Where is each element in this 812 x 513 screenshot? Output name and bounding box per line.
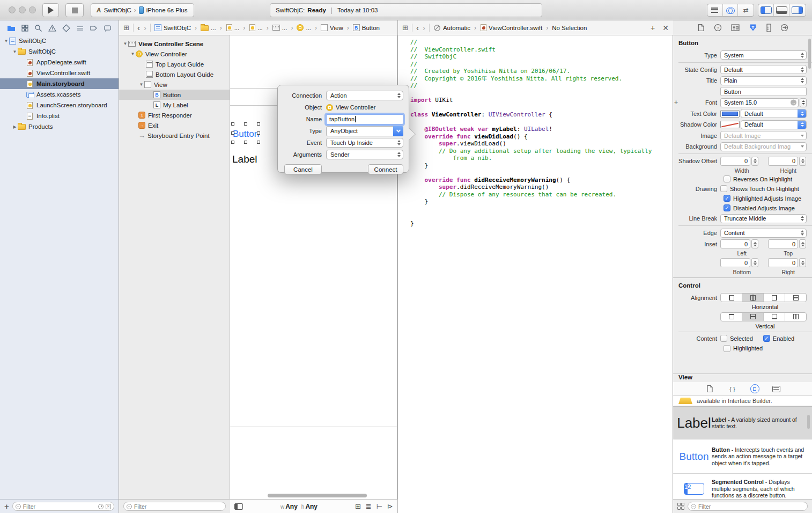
attributes-inspector-tab[interactable] bbox=[749, 24, 757, 32]
line-break-popup[interactable]: Truncate Middle bbox=[720, 214, 807, 223]
close-assistant-editor-button[interactable]: ✕ bbox=[662, 24, 669, 32]
breadcrumb-view[interactable]: View bbox=[321, 24, 343, 31]
color-stepper-icon[interactable] bbox=[798, 120, 807, 129]
selection-handle[interactable] bbox=[231, 131, 234, 135]
file-row-selected[interactable]: Main.storyboard bbox=[0, 78, 119, 89]
align-right-segment[interactable] bbox=[764, 294, 785, 302]
cancel-button[interactable]: Cancel bbox=[284, 164, 322, 174]
shadow-color-popup[interactable]: Default bbox=[741, 120, 807, 129]
selection-handle[interactable] bbox=[257, 122, 260, 126]
disabled-adjusts-checkbox[interactable]: ✓ bbox=[724, 204, 730, 211]
highlighted-adjusts-checkbox[interactable]: ✓ bbox=[724, 195, 730, 202]
selection-handle[interactable] bbox=[231, 141, 234, 144]
background-combo[interactable]: Default Background Imag bbox=[720, 142, 807, 151]
scheme-selector[interactable]: A SwiftObjC › iPhone 6s Plus bbox=[91, 3, 194, 17]
stepper[interactable] bbox=[799, 239, 806, 248]
unsaved-files-icon[interactable]: ✕ bbox=[106, 504, 111, 509]
stepper[interactable] bbox=[751, 258, 758, 267]
outline-filter-input[interactable] bbox=[134, 503, 223, 510]
canvas-button[interactable]: Button bbox=[233, 129, 259, 140]
selection-handle[interactable] bbox=[257, 141, 260, 144]
selection-handle[interactable] bbox=[244, 141, 247, 144]
shadow-color-swatch[interactable] bbox=[720, 121, 740, 128]
resolve-auto-layout-button[interactable]: ⊳ bbox=[387, 502, 393, 510]
outline-row-button-selected[interactable]: B Button bbox=[119, 90, 230, 100]
code-snippet-library-tab[interactable]: { } bbox=[728, 384, 737, 394]
outline-row-entry-point[interactable]: → Storyboard Entry Point bbox=[119, 130, 230, 141]
report-navigator-tab[interactable] bbox=[103, 24, 112, 33]
run-destination[interactable]: iPhone 6s Plus bbox=[146, 7, 188, 13]
font-size-stepper[interactable] bbox=[800, 98, 807, 107]
file-row[interactable]: LaunchScreen.storyboard bbox=[0, 100, 119, 111]
align-fill-segment[interactable] bbox=[785, 294, 806, 302]
file-row-project[interactable]: ▼ SwiftObjC bbox=[0, 35, 119, 46]
arguments-popup[interactable]: Sender bbox=[326, 150, 403, 159]
file-inspector-tab[interactable] bbox=[697, 24, 705, 32]
library-item-label[interactable]: Label Label - A variably sized amount of… bbox=[673, 406, 812, 439]
shadow-offset-width-field[interactable]: 0 bbox=[720, 157, 750, 166]
name-field[interactable]: tapButton bbox=[326, 114, 403, 124]
recent-files-icon[interactable] bbox=[98, 504, 104, 509]
connect-button[interactable]: Connect bbox=[368, 164, 403, 174]
title-kind-popup[interactable]: Plain bbox=[720, 76, 807, 85]
issue-navigator-tab[interactable] bbox=[48, 24, 57, 33]
breadcrumb-folder[interactable]: ... bbox=[201, 25, 216, 31]
selection-handle[interactable] bbox=[231, 122, 234, 126]
outline-row-top-layout-guide[interactable]: Top Layout Guide bbox=[119, 59, 230, 69]
size-class-control[interactable]: w Any h Any bbox=[280, 503, 318, 510]
outline-row-bottom-layout-guide[interactable]: Bottom Layout Guide bbox=[119, 69, 230, 79]
font-picker-icon[interactable]: → bbox=[791, 100, 796, 106]
library-view-mode-button[interactable] bbox=[677, 503, 684, 510]
library-item-partial[interactable]: available in Interface Builder. bbox=[673, 396, 812, 406]
selected-checkbox[interactable]: ✓ bbox=[720, 335, 727, 342]
file-row[interactable]: Assets.xcassets bbox=[0, 89, 119, 100]
inset-left-field[interactable]: 0 bbox=[720, 239, 750, 248]
file-row[interactable]: AppDelegate.swift bbox=[0, 57, 119, 68]
pin-button[interactable]: ⊢ bbox=[377, 502, 382, 510]
breadcrumb-view-controller[interactable]: ... bbox=[297, 24, 311, 31]
selection-handle[interactable] bbox=[257, 131, 260, 135]
close-button[interactable] bbox=[9, 6, 16, 13]
selection-handle[interactable] bbox=[244, 122, 247, 126]
align-center-segment[interactable] bbox=[742, 294, 764, 302]
shadow-offset-height-field[interactable]: 0 bbox=[768, 157, 798, 166]
highlighted-checkbox[interactable]: ✓ bbox=[724, 345, 730, 352]
project-navigator-tab[interactable] bbox=[6, 24, 16, 33]
library-filter-field[interactable] bbox=[688, 502, 808, 511]
disclosure-triangle[interactable]: ▼ bbox=[12, 49, 18, 54]
add-file-button[interactable]: + bbox=[4, 502, 9, 511]
title-text-field[interactable]: Button bbox=[720, 87, 807, 96]
library-filter-input[interactable] bbox=[698, 503, 804, 510]
navigator-filter-field[interactable]: ✕ bbox=[12, 502, 114, 511]
library-item-segmented-control[interactable]: 12 Segmented Control - Displays multiple… bbox=[673, 474, 812, 499]
assistant-editor-button[interactable] bbox=[723, 4, 739, 16]
add-assistant-editor-button[interactable]: + bbox=[651, 24, 655, 32]
navigator-filter-input[interactable] bbox=[23, 503, 96, 510]
outline-row-view[interactable]: ▼ View bbox=[119, 79, 230, 90]
stepper[interactable] bbox=[751, 157, 758, 166]
color-stepper-icon[interactable] bbox=[798, 109, 807, 118]
breadcrumb-selection[interactable]: No Selection bbox=[552, 25, 587, 31]
file-template-library-tab[interactable] bbox=[705, 384, 715, 394]
horizontal-alignment-segmented[interactable] bbox=[720, 293, 807, 302]
file-row-group[interactable]: ▼ SwiftObjC bbox=[0, 46, 119, 57]
shows-touch-checkbox[interactable]: ✓ bbox=[720, 185, 727, 192]
vertical-alignment-segmented[interactable] bbox=[720, 312, 807, 321]
combo-dropdown-icon[interactable] bbox=[393, 126, 403, 136]
breadcrumb-file[interactable]: ... bbox=[226, 24, 240, 31]
outline-row-view-controller[interactable]: ▼ View Controller bbox=[119, 49, 230, 59]
connections-inspector-tab[interactable] bbox=[780, 24, 788, 32]
outline-row-scene[interactable]: ▼ View Controller Scene bbox=[119, 39, 230, 49]
search-navigator-tab[interactable] bbox=[34, 24, 43, 33]
reverses-on-highlight-checkbox[interactable]: ✓ bbox=[724, 175, 730, 182]
test-navigator-tab[interactable] bbox=[62, 24, 71, 33]
back-button[interactable]: ‹ bbox=[416, 24, 419, 32]
type-popup[interactable]: System bbox=[720, 50, 807, 60]
toggle-navigator-button[interactable] bbox=[758, 4, 774, 16]
library-item-button[interactable]: Button Button - Intercepts touch events … bbox=[673, 439, 812, 474]
media-library-tab[interactable] bbox=[772, 386, 780, 392]
stepper[interactable] bbox=[751, 239, 758, 248]
breadcrumb-button[interactable]: BButton bbox=[353, 24, 380, 31]
breadcrumb-automatic[interactable]: Automatic bbox=[433, 24, 470, 32]
edge-popup[interactable]: Content bbox=[720, 229, 807, 238]
